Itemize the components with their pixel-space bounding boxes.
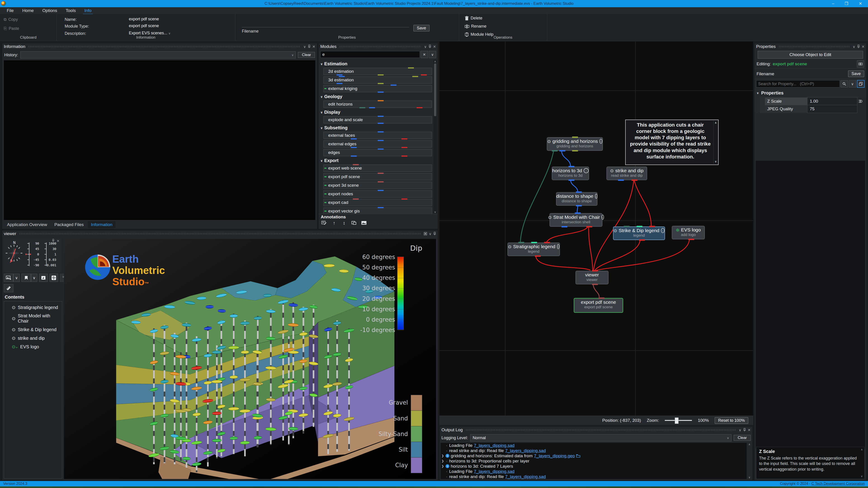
module-category[interactable]: ∨Estimation bbox=[320, 61, 432, 66]
collapse-icon[interactable]: ∨ bbox=[424, 44, 427, 49]
log-file-link[interactable]: 7_layers_dipping.sad bbox=[505, 474, 546, 479]
minimize-button[interactable]: – bbox=[832, 1, 834, 6]
module-item[interactable]: external edges bbox=[323, 140, 432, 148]
collapse-node-icon[interactable]: ↓ bbox=[661, 228, 664, 233]
output-port[interactable] bbox=[639, 239, 645, 241]
log-clear-button[interactable]: Clear bbox=[734, 435, 751, 441]
restore-icon[interactable] bbox=[424, 232, 427, 235]
close-icon[interactable]: ✕ bbox=[57, 239, 59, 243]
contents-item[interactable]: ⊙₊EVS logo bbox=[12, 344, 62, 349]
log-file-link[interactable]: 7_layers_dipping.sad bbox=[474, 469, 515, 474]
paste-button[interactable]: ⎘Paste bbox=[4, 26, 19, 31]
text-annotation-icon[interactable] bbox=[321, 220, 328, 226]
module-item[interactable]: 3d estimation bbox=[323, 77, 432, 84]
menu-home[interactable]: Home bbox=[19, 7, 37, 14]
log-file-link[interactable]: 7_layers_dipping.sad bbox=[505, 448, 546, 453]
module-item[interactable]: export pdf scene bbox=[323, 173, 432, 180]
image-annotation-icon[interactable] bbox=[361, 220, 367, 226]
tab-packaged-files[interactable]: Packaged Files bbox=[51, 221, 87, 228]
snapshot-icon[interactable] bbox=[4, 274, 13, 282]
pin-icon[interactable] bbox=[433, 232, 436, 236]
input-port[interactable] bbox=[572, 136, 578, 138]
expander-icon[interactable]: ❯ bbox=[441, 464, 444, 468]
output-port[interactable] bbox=[586, 226, 592, 227]
search-options-icon[interactable]: ∨ bbox=[849, 80, 856, 88]
module-list-scrollbar[interactable]: ∧∨ bbox=[433, 59, 437, 214]
output-port[interactable] bbox=[552, 150, 558, 151]
search-clear-icon[interactable]: ✕ bbox=[421, 51, 428, 58]
ctech-link[interactable]: C Tech Development Corporation bbox=[811, 482, 865, 486]
output-port[interactable] bbox=[559, 150, 565, 151]
module-item[interactable]: external kriging bbox=[323, 85, 432, 92]
collapse-node-icon[interactable]: ↓ bbox=[584, 168, 589, 173]
navigation-widget[interactable]: ✕ N bbox=[4, 239, 61, 272]
ruler-icon[interactable] bbox=[4, 284, 13, 292]
arrow-updown-annotation-icon[interactable]: ↕ bbox=[341, 220, 347, 226]
reset-zoom-button[interactable]: Reset to 100% bbox=[715, 417, 748, 424]
close-button[interactable]: ✕ bbox=[859, 1, 862, 6]
output-port[interactable] bbox=[568, 180, 575, 181]
help-scrollbar[interactable]: ∧∨ bbox=[860, 448, 864, 478]
history-clear-button[interactable]: Clear bbox=[298, 52, 315, 58]
contents-item[interactable]: ⊙Strike & Dip legend bbox=[12, 327, 62, 332]
pin-icon[interactable] bbox=[429, 45, 431, 49]
tab-information[interactable]: Information bbox=[88, 221, 116, 228]
snapshot-dropdown-icon[interactable]: ∨ bbox=[13, 274, 20, 282]
output-port[interactable] bbox=[631, 180, 638, 181]
collapse-icon[interactable]: ∨ bbox=[739, 428, 741, 432]
contents-item[interactable]: ⊙Stratigraphic legend bbox=[12, 305, 62, 310]
collapse-node-icon[interactable]: ↓ bbox=[557, 244, 559, 249]
graph-node-horizons-to-3d[interactable]: horizons to 3d↓horizons to 3d bbox=[552, 166, 589, 180]
expander-icon[interactable]: ❯ bbox=[441, 459, 444, 463]
collapse-node-icon[interactable]: ↓ bbox=[599, 139, 602, 144]
fullscreen-icon[interactable] bbox=[39, 274, 48, 282]
eye-icon[interactable]: ⊙ bbox=[610, 169, 614, 173]
output-port[interactable] bbox=[688, 239, 694, 240]
graph-node-evs-logo[interactable]: ⊕EVS logoadd logo bbox=[672, 226, 705, 239]
viewer-3d-viewport[interactable]: EarthVolumetricStudio™Dip60 degrees50 de… bbox=[64, 239, 436, 479]
module-item[interactable]: 2d estimation bbox=[323, 68, 432, 75]
module-item[interactable]: external faces bbox=[323, 132, 432, 139]
node-editor-canvas[interactable]: This application cuts a chair corner blo… bbox=[439, 41, 753, 425]
input-port[interactable] bbox=[637, 226, 643, 227]
menu-options[interactable]: Options bbox=[39, 7, 61, 14]
rename-module-icon[interactable] bbox=[857, 60, 864, 68]
eye-icon[interactable]: ⊙ bbox=[12, 327, 16, 332]
graph-node-strat-model-with-chair[interactable]: ⊙Strat Model with Chair↓intersection she… bbox=[550, 213, 602, 227]
graph-node-distance-to-shape[interactable]: distance to shape↓distance to shape bbox=[556, 192, 597, 206]
eye-icon[interactable]: ⊙ bbox=[12, 316, 16, 321]
link-icon[interactable] bbox=[857, 100, 866, 102]
property-search-input[interactable] bbox=[756, 80, 840, 88]
properties-section-header[interactable]: ∨Properties bbox=[754, 89, 866, 97]
output-port[interactable] bbox=[561, 226, 567, 227]
output-port[interactable] bbox=[572, 150, 578, 151]
close-icon[interactable]: ✕ bbox=[862, 44, 865, 49]
log-scrollbar[interactable]: ∧∨ bbox=[747, 443, 751, 479]
property-row[interactable]: JPEG Quality75 bbox=[754, 105, 866, 113]
input-port[interactable] bbox=[598, 298, 604, 299]
filename-input[interactable] bbox=[242, 22, 409, 27]
module-item[interactable]: export vector gis bbox=[323, 208, 432, 214]
tab-application-overview[interactable]: Application Overview bbox=[4, 221, 50, 228]
module-item[interactable]: explode and scale bbox=[323, 116, 432, 123]
description-value[interactable]: Export EVS scenes... ∨ bbox=[129, 31, 170, 35]
input-port[interactable] bbox=[649, 226, 655, 227]
bookmark-icon[interactable] bbox=[22, 274, 31, 282]
pin-icon[interactable] bbox=[52, 239, 55, 242]
menu-tools[interactable]: Tools bbox=[62, 7, 79, 14]
collapse-icon[interactable]: ∨ bbox=[852, 44, 855, 49]
save-button[interactable]: Save bbox=[413, 25, 430, 31]
collapse-icon[interactable]: ∨ bbox=[429, 232, 432, 236]
eye-plus-icon[interactable]: ⊙₊ bbox=[12, 344, 18, 349]
module-search-input[interactable] bbox=[320, 51, 420, 58]
contents-item[interactable]: ⊙strike and dip bbox=[12, 335, 62, 341]
input-port[interactable] bbox=[531, 242, 537, 243]
eye-icon[interactable]: ⊙ bbox=[12, 335, 16, 341]
log-file-link[interactable]: 7_layers_dipping.sad bbox=[474, 443, 515, 448]
property-row[interactable]: Z Scale1.00 bbox=[754, 97, 866, 105]
module-category[interactable]: ∨Geology bbox=[320, 94, 432, 99]
frame-annotation-icon[interactable] bbox=[350, 220, 358, 226]
module-item[interactable]: edit horizons bbox=[323, 100, 432, 108]
graph-node-stratigraphic-legend[interactable]: ⊙Stratigraphic legend↓legend bbox=[507, 243, 560, 256]
module-item[interactable]: export web scene bbox=[323, 164, 432, 172]
